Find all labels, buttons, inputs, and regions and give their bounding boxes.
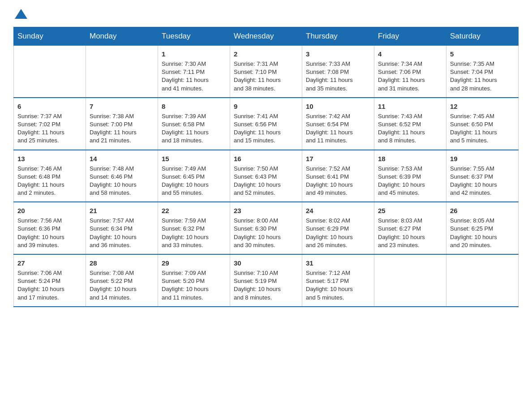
calendar-cell: 25Sunrise: 8:03 AMSunset: 6:27 PMDayligh… [374,202,446,254]
day-number: 28 [90,258,154,268]
calendar-cell: 20Sunrise: 7:56 AMSunset: 6:36 PMDayligh… [14,202,86,254]
calendar-header-friday: Friday [374,27,446,46]
day-info: Sunrise: 7:52 AMSunset: 6:41 PMDaylight:… [306,165,370,197]
day-number: 18 [378,154,442,163]
calendar-header-saturday: Saturday [446,27,519,46]
calendar-header-sunday: Sunday [14,27,86,46]
calendar-cell: 27Sunrise: 7:06 AMSunset: 5:24 PMDayligh… [14,254,86,307]
calendar-cell: 9Sunrise: 7:41 AMSunset: 6:56 PMDaylight… [230,98,302,150]
calendar-cell: 19Sunrise: 7:55 AMSunset: 6:37 PMDayligh… [446,150,519,202]
calendar-cell: 21Sunrise: 7:57 AMSunset: 6:34 PMDayligh… [86,202,158,254]
calendar-cell: 26Sunrise: 8:05 AMSunset: 6:25 PMDayligh… [446,202,519,254]
calendar-cell: 15Sunrise: 7:49 AMSunset: 6:45 PMDayligh… [158,150,230,202]
day-info: Sunrise: 7:46 AMSunset: 6:48 PMDaylight:… [17,165,82,197]
calendar-week-row: 13Sunrise: 7:46 AMSunset: 6:48 PMDayligh… [14,150,519,202]
calendar-header-wednesday: Wednesday [230,27,302,46]
day-number: 24 [306,206,370,215]
day-number: 16 [234,154,298,163]
day-number: 5 [450,49,515,59]
day-number: 21 [90,206,154,215]
day-info: Sunrise: 7:10 AMSunset: 5:19 PMDaylight:… [234,269,298,302]
calendar-header-monday: Monday [86,27,158,46]
day-info: Sunrise: 7:53 AMSunset: 6:39 PMDaylight:… [378,165,442,197]
day-info: Sunrise: 8:02 AMSunset: 6:29 PMDaylight:… [306,217,370,249]
day-info: Sunrise: 7:08 AMSunset: 5:22 PMDaylight:… [90,269,154,302]
calendar-cell: 4Sunrise: 7:34 AMSunset: 7:06 PMDaylight… [374,46,446,98]
calendar-header-tuesday: Tuesday [158,27,230,46]
day-info: Sunrise: 7:48 AMSunset: 6:46 PMDaylight:… [90,165,154,197]
calendar-cell: 1Sunrise: 7:30 AMSunset: 7:11 PMDaylight… [158,46,230,98]
day-info: Sunrise: 7:50 AMSunset: 6:43 PMDaylight:… [234,165,298,197]
day-info: Sunrise: 7:06 AMSunset: 5:24 PMDaylight:… [17,269,82,302]
day-number: 15 [162,154,226,163]
day-info: Sunrise: 7:30 AMSunset: 7:11 PMDaylight:… [162,60,226,93]
day-number: 10 [306,102,370,111]
calendar-cell: 8Sunrise: 7:39 AMSunset: 6:58 PMDaylight… [158,98,230,150]
day-number: 14 [90,154,154,163]
day-number: 12 [450,102,515,111]
logo [13,9,27,20]
day-number: 23 [234,206,298,215]
day-number: 26 [450,206,515,215]
calendar-week-row: 6Sunrise: 7:37 AMSunset: 7:02 PMDaylight… [14,98,519,150]
calendar-cell: 11Sunrise: 7:43 AMSunset: 6:52 PMDayligh… [374,98,446,150]
calendar-cell: 16Sunrise: 7:50 AMSunset: 6:43 PMDayligh… [230,150,302,202]
calendar-cell: 29Sunrise: 7:09 AMSunset: 5:20 PMDayligh… [158,254,230,307]
day-info: Sunrise: 7:59 AMSunset: 6:32 PMDaylight:… [162,217,226,249]
day-number: 17 [306,154,370,163]
calendar-week-row: 1Sunrise: 7:30 AMSunset: 7:11 PMDaylight… [14,46,519,98]
day-info: Sunrise: 7:55 AMSunset: 6:37 PMDaylight:… [450,165,515,197]
calendar-cell: 14Sunrise: 7:48 AMSunset: 6:46 PMDayligh… [86,150,158,202]
day-info: Sunrise: 8:03 AMSunset: 6:27 PMDaylight:… [378,217,442,249]
calendar-cell: 18Sunrise: 7:53 AMSunset: 6:39 PMDayligh… [374,150,446,202]
day-info: Sunrise: 7:57 AMSunset: 6:34 PMDaylight:… [90,217,154,249]
day-number: 29 [162,258,226,268]
day-info: Sunrise: 7:12 AMSunset: 5:17 PMDaylight:… [306,269,370,302]
calendar-header-thursday: Thursday [302,27,374,46]
day-info: Sunrise: 8:05 AMSunset: 6:25 PMDaylight:… [450,217,515,249]
day-info: Sunrise: 7:38 AMSunset: 7:00 PMDaylight:… [90,112,154,145]
page-header [13,9,519,20]
calendar-cell [446,254,519,307]
day-number: 30 [234,258,298,268]
day-number: 27 [17,258,82,268]
calendar-week-row: 20Sunrise: 7:56 AMSunset: 6:36 PMDayligh… [14,202,519,254]
calendar-cell: 23Sunrise: 8:00 AMSunset: 6:30 PMDayligh… [230,202,302,254]
calendar-cell: 7Sunrise: 7:38 AMSunset: 7:00 PMDaylight… [86,98,158,150]
day-number: 4 [378,49,442,59]
day-info: Sunrise: 7:09 AMSunset: 5:20 PMDaylight:… [162,269,226,302]
day-info: Sunrise: 7:49 AMSunset: 6:45 PMDaylight:… [162,165,226,197]
day-info: Sunrise: 7:31 AMSunset: 7:10 PMDaylight:… [234,60,298,93]
calendar-cell: 2Sunrise: 7:31 AMSunset: 7:10 PMDaylight… [230,46,302,98]
day-number: 13 [17,154,82,163]
day-info: Sunrise: 7:39 AMSunset: 6:58 PMDaylight:… [162,112,226,145]
calendar-cell: 5Sunrise: 7:35 AMSunset: 7:04 PMDaylight… [446,46,519,98]
calendar-cell [86,46,158,98]
day-info: Sunrise: 7:56 AMSunset: 6:36 PMDaylight:… [17,217,82,249]
calendar-cell: 6Sunrise: 7:37 AMSunset: 7:02 PMDaylight… [14,98,86,150]
calendar-cell: 12Sunrise: 7:45 AMSunset: 6:50 PMDayligh… [446,98,519,150]
day-number: 31 [306,258,370,268]
day-number: 9 [234,102,298,111]
calendar-cell: 3Sunrise: 7:33 AMSunset: 7:08 PMDaylight… [302,46,374,98]
calendar-cell: 24Sunrise: 8:02 AMSunset: 6:29 PMDayligh… [302,202,374,254]
logo-triangle-icon [15,9,27,19]
day-number: 25 [378,206,442,215]
calendar-cell: 22Sunrise: 7:59 AMSunset: 6:32 PMDayligh… [158,202,230,254]
day-info: Sunrise: 7:33 AMSunset: 7:08 PMDaylight:… [306,60,370,93]
day-info: Sunrise: 7:42 AMSunset: 6:54 PMDaylight:… [306,112,370,145]
calendar-cell [374,254,446,307]
day-info: Sunrise: 7:45 AMSunset: 6:50 PMDaylight:… [450,112,515,145]
day-number: 22 [162,206,226,215]
day-number: 7 [90,102,154,111]
calendar-cell: 30Sunrise: 7:10 AMSunset: 5:19 PMDayligh… [230,254,302,307]
day-number: 2 [234,49,298,59]
day-info: Sunrise: 7:35 AMSunset: 7:04 PMDaylight:… [450,60,515,93]
day-info: Sunrise: 8:00 AMSunset: 6:30 PMDaylight:… [234,217,298,249]
calendar-header-row: SundayMondayTuesdayWednesdayThursdayFrid… [14,27,519,46]
calendar-cell: 13Sunrise: 7:46 AMSunset: 6:48 PMDayligh… [14,150,86,202]
day-info: Sunrise: 7:37 AMSunset: 7:02 PMDaylight:… [17,112,82,145]
calendar-cell: 31Sunrise: 7:12 AMSunset: 5:17 PMDayligh… [302,254,374,307]
calendar-cell [14,46,86,98]
day-info: Sunrise: 7:41 AMSunset: 6:56 PMDaylight:… [234,112,298,145]
